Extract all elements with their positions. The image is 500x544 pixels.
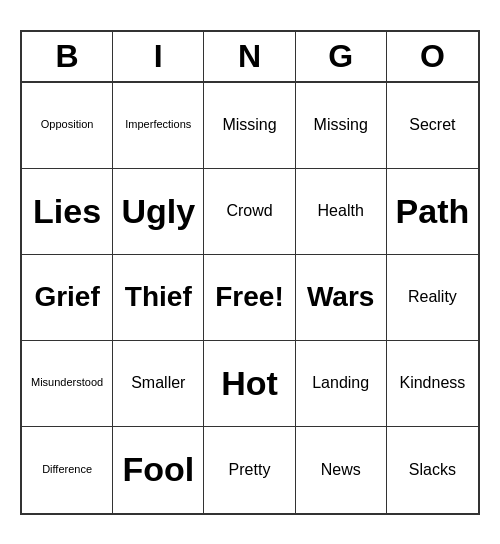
header-letter: B — [22, 32, 113, 81]
bingo-cell[interactable]: Grief — [22, 255, 113, 341]
bingo-cell[interactable]: Missing — [204, 83, 295, 169]
bingo-cell[interactable]: Lies — [22, 169, 113, 255]
bingo-cell[interactable]: Landing — [296, 341, 387, 427]
header-letter: G — [296, 32, 387, 81]
cell-text: Thief — [125, 280, 192, 314]
bingo-cell[interactable]: Smaller — [113, 341, 204, 427]
header-letter: N — [204, 32, 295, 81]
cell-text: Crowd — [226, 201, 272, 220]
cell-text: Imperfections — [125, 118, 191, 131]
cell-text: Lies — [33, 191, 101, 232]
bingo-header: BINGO — [22, 32, 478, 83]
cell-text: Missing — [314, 115, 368, 134]
bingo-cell[interactable]: Crowd — [204, 169, 295, 255]
cell-text: Kindness — [399, 373, 465, 392]
cell-text: Path — [396, 191, 470, 232]
cell-text: Secret — [409, 115, 455, 134]
header-letter: O — [387, 32, 478, 81]
header-letter: I — [113, 32, 204, 81]
bingo-cell[interactable]: Difference — [22, 427, 113, 513]
cell-text: Smaller — [131, 373, 185, 392]
bingo-cell[interactable]: Pretty — [204, 427, 295, 513]
bingo-cell[interactable]: Wars — [296, 255, 387, 341]
cell-text: Pretty — [229, 460, 271, 479]
cell-text: Wars — [307, 280, 374, 314]
bingo-cell[interactable]: Slacks — [387, 427, 478, 513]
cell-text: Grief — [34, 280, 99, 314]
bingo-cell[interactable]: Missing — [296, 83, 387, 169]
cell-text: Missing — [222, 115, 276, 134]
bingo-cell[interactable]: Secret — [387, 83, 478, 169]
cell-text: Opposition — [41, 118, 94, 131]
bingo-cell[interactable]: Imperfections — [113, 83, 204, 169]
bingo-cell[interactable]: Thief — [113, 255, 204, 341]
bingo-grid: OppositionImperfectionsMissingMissingSec… — [22, 83, 478, 513]
bingo-cell[interactable]: News — [296, 427, 387, 513]
bingo-cell[interactable]: Path — [387, 169, 478, 255]
bingo-cell[interactable]: Misunderstood — [22, 341, 113, 427]
bingo-cell[interactable]: Fool — [113, 427, 204, 513]
cell-text: Ugly — [121, 191, 195, 232]
bingo-cell[interactable]: Free! — [204, 255, 295, 341]
bingo-cell[interactable]: Hot — [204, 341, 295, 427]
cell-text: Landing — [312, 373, 369, 392]
bingo-cell[interactable]: Reality — [387, 255, 478, 341]
cell-text: Slacks — [409, 460, 456, 479]
cell-text: Free! — [215, 280, 283, 314]
cell-text: Hot — [221, 363, 278, 404]
cell-text: Health — [318, 201, 364, 220]
bingo-card: BINGO OppositionImperfectionsMissingMiss… — [20, 30, 480, 515]
bingo-cell[interactable]: Health — [296, 169, 387, 255]
cell-text: Misunderstood — [31, 376, 103, 389]
cell-text: Reality — [408, 287, 457, 306]
cell-text: Fool — [122, 449, 194, 490]
bingo-cell[interactable]: Ugly — [113, 169, 204, 255]
bingo-cell[interactable]: Kindness — [387, 341, 478, 427]
bingo-cell[interactable]: Opposition — [22, 83, 113, 169]
cell-text: News — [321, 460, 361, 479]
cell-text: Difference — [42, 463, 92, 476]
